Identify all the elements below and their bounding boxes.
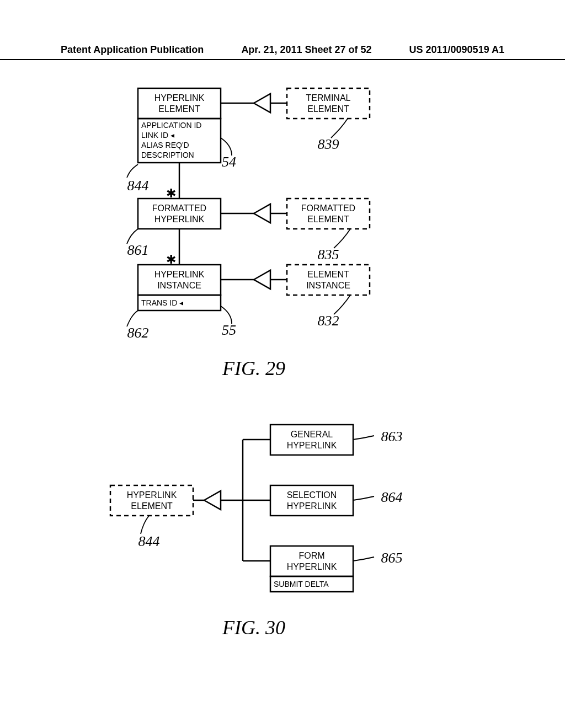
attr-alias: ALIAS REQ'D (141, 141, 189, 149)
formatted-element-l1: FORMATTED (301, 204, 355, 213)
selection-hyperlink-l2: HYPERLINK (287, 501, 337, 511)
figures-svg: HYPERLINK ELEMENT APPLICATION ID LINK ID… (0, 0, 565, 728)
svg-marker-3 (254, 94, 270, 113)
hyperlink-instance-l1: HYPERLINK (154, 270, 205, 279)
formatted-element-l2: ELEMENT (307, 215, 349, 224)
ref-55: 55 (222, 322, 236, 338)
box-hyperlink-element: HYPERLINK ELEMENT APPLICATION ID LINK ID… (138, 88, 221, 163)
terminal-element-l2: ELEMENT (307, 104, 349, 114)
box-terminal-element: TERMINAL ELEMENT (287, 88, 370, 119)
attr-link-id: LINK ID ◂ (141, 131, 174, 140)
formatted-hyperlink-l1: FORMATTED (152, 204, 206, 213)
box-hyperlink-element-2: HYPERLINK ELEMENT (110, 485, 193, 516)
box-element-instance: ELEMENT INSTANCE (287, 265, 370, 295)
hyperlink-element-l1: HYPERLINK (154, 93, 205, 103)
attr-app-id: APPLICATION ID (141, 121, 201, 130)
box-form-hyperlink: FORM HYPERLINK SUBMIT DELTA (270, 546, 353, 592)
terminal-element-l1: TERMINAL (306, 93, 351, 103)
form-hyperlink-l2: HYPERLINK (287, 562, 337, 571)
element-instance-l2: INSTANCE (306, 281, 350, 290)
general-hyperlink-l1: GENERAL (291, 430, 333, 439)
formatted-hyperlink-l2: HYPERLINK (154, 215, 205, 224)
box-formatted-hyperlink: FORMATTED HYPERLINK (138, 199, 221, 229)
attr-desc: DESCRIPTION (141, 151, 194, 159)
ref-864: 864 (381, 489, 403, 505)
ref-54: 54 (222, 154, 236, 170)
svg-marker-21 (204, 491, 221, 510)
attr-trans-id: TRANS ID ◂ (141, 298, 183, 307)
ref-863: 863 (381, 429, 403, 445)
fig30-caption: FIG. 30 (222, 617, 285, 639)
ref-844: 844 (127, 178, 149, 194)
hyperlink-element2-l1: HYPERLINK (127, 490, 177, 500)
element-instance-l1: ELEMENT (307, 270, 349, 279)
hyperlink-instance-l2: INSTANCE (157, 281, 201, 290)
hyperlink-element-l2: ELEMENT (158, 104, 200, 114)
hyperlink-element2-l2: ELEMENT (131, 501, 173, 511)
svg-marker-9 (254, 204, 270, 223)
ref-844-b: 844 (138, 533, 160, 549)
svg-marker-16 (254, 270, 270, 289)
form-hyperlink-l1: FORM (299, 551, 324, 560)
attr-submit-delta: SUBMIT DELTA (274, 580, 329, 588)
ref-832: 832 (318, 313, 339, 329)
box-selection-hyperlink: SELECTION HYPERLINK (270, 485, 353, 516)
box-general-hyperlink: GENERAL HYPERLINK (270, 425, 353, 455)
box-hyperlink-instance: HYPERLINK INSTANCE TRANS ID ◂ (138, 265, 221, 311)
ref-865: 865 (381, 550, 403, 566)
general-hyperlink-l2: HYPERLINK (287, 441, 337, 450)
ref-839: 839 (318, 136, 339, 152)
box-formatted-element: FORMATTED ELEMENT (287, 199, 370, 229)
fig29-caption: FIG. 29 (222, 357, 285, 379)
ref-862: 862 (127, 325, 149, 341)
selection-hyperlink-l1: SELECTION (287, 490, 337, 500)
ref-861: 861 (127, 242, 149, 258)
ref-835: 835 (318, 247, 339, 263)
